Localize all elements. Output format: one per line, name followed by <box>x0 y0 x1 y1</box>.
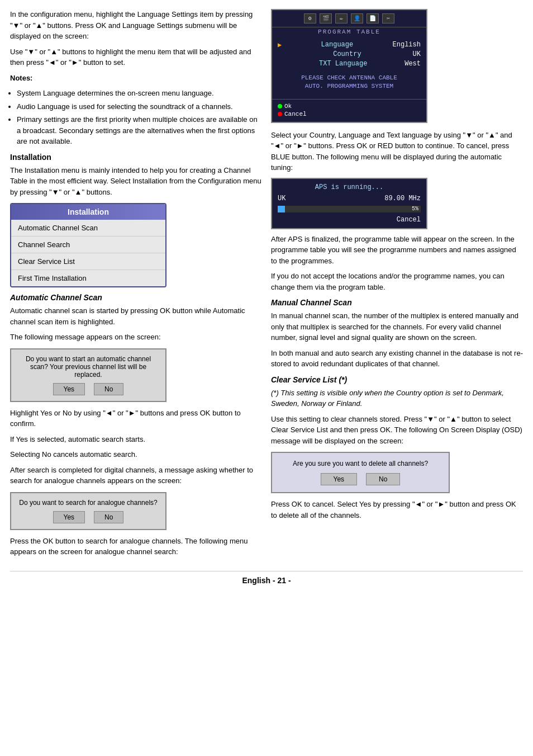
pt-icon-doc: 📄 <box>367 13 379 23</box>
menu-item-channel-search[interactable]: Channel Search <box>11 237 165 253</box>
confirm-para: Press OK to cancel. Select Yes by pressi… <box>271 499 523 521</box>
menu-item-clear-service[interactable]: Clear Service List <box>11 253 165 270</box>
pt-txt-row: ▶ TXT Language West <box>278 60 421 68</box>
aps-para2: If you do not accept the locations and/o… <box>271 271 523 292</box>
aps-para1: After APS is finalized, the programme ta… <box>271 234 523 267</box>
confirm-box: Are you sure you want to delete all chan… <box>271 452 450 493</box>
pt-txt-label: TXT Language <box>319 60 367 68</box>
aps-box: APS is running... UK 89.00 MHz 5% Cancel <box>271 178 427 229</box>
note-3: Primary settings are the first priority … <box>17 114 262 147</box>
pt-country-row: ▶ Country UK <box>278 50 421 59</box>
note-1: System Language determines the on-screen… <box>17 88 262 99</box>
left-column: In the configuration menu, highlight the… <box>10 9 262 562</box>
auto-scan-para7: Press the OK button to search for analog… <box>10 536 262 557</box>
dialog2-text: Do you want to search for analogue chann… <box>19 499 158 507</box>
installation-menu-title: Installation <box>11 204 165 220</box>
page-footer: English - 21 - <box>10 571 523 585</box>
cancel-dot-icon <box>278 112 282 116</box>
program-table-box: ⚙ 🎬 ✏ 👤 📄 ✂ PROGRAM TABLE ▶ Language Eng… <box>271 9 427 123</box>
pt-country-label: Country <box>333 50 361 59</box>
pt-ok-btn: Ok <box>278 103 421 110</box>
dialog1-buttons: Yes No <box>19 383 158 395</box>
auto-scan-heading: Automatic Channel Scan <box>10 293 262 302</box>
pt-icon-film: 🎬 <box>320 13 332 23</box>
clear-service-heading: Clear Service List (*) <box>271 375 523 384</box>
auto-scan-para5: Selecting No cancels automatic search. <box>10 449 262 460</box>
pt-icon-user: 👤 <box>351 13 363 23</box>
auto-scan-para2: The following message appears on the scr… <box>10 332 262 343</box>
pt-icon-edit: ✏ <box>335 13 348 23</box>
clear-service-italic: (*) This setting is visible only when th… <box>271 388 523 409</box>
page: In the configuration menu, highlight the… <box>0 0 533 594</box>
pt-notice: PLEASE CHECK ANTENNA CABLE AUTO. PROGRAM… <box>278 74 421 91</box>
dialog2-yes-button[interactable]: Yes <box>53 511 85 523</box>
notes-list: System Language determines the on-screen… <box>17 88 262 147</box>
auto-scan-para6: After search is completed for digital ch… <box>10 465 262 486</box>
intro-para1: In the configuration menu, highlight the… <box>10 9 262 42</box>
aps-cancel-label: Cancel <box>397 216 421 224</box>
aps-row: UK 89.00 MHz <box>278 195 421 202</box>
confirm-buttons: Yes No <box>281 473 440 485</box>
select-para: Select your Country, Language and Text l… <box>271 130 523 173</box>
aps-bar-fill <box>278 206 285 212</box>
pt-cancel-btn: Cancel <box>278 111 421 117</box>
pt-ok-label: Ok <box>284 103 292 110</box>
pt-country-spacer: ▶ <box>278 50 282 59</box>
aps-cancel: Cancel <box>278 216 421 224</box>
pt-buttons: Ok Cancel <box>272 99 426 122</box>
notes-label: Notes: <box>10 73 262 84</box>
dialog1-yes-button[interactable]: Yes <box>53 383 85 395</box>
installation-menu: Installation Automatic Channel Scan Chan… <box>10 203 166 287</box>
pt-icon-cut: ✂ <box>382 13 394 23</box>
installation-heading: Installation <box>10 153 262 162</box>
pt-notice-line2: AUTO. PROGRAMMING SYSTEM <box>278 82 421 91</box>
pt-language-arrow: ▶ <box>278 41 282 49</box>
clear-service-para: Use this setting to clear channels store… <box>271 414 523 447</box>
aps-bar-container: 5% <box>278 206 421 212</box>
footer-text: English - 21 - <box>242 576 291 585</box>
pt-language-value: English <box>393 41 421 49</box>
menu-item-auto-scan[interactable]: Automatic Channel Scan <box>11 220 165 237</box>
confirm-text: Are you sure you want to delete all chan… <box>281 460 440 467</box>
confirm-yes-button[interactable]: Yes <box>321 473 358 485</box>
pt-txt-spacer: ▶ <box>278 60 282 68</box>
manual-para2: In both manual and auto search any exist… <box>271 348 523 370</box>
pt-country-value: UK <box>413 50 421 59</box>
confirm-no-button[interactable]: No <box>366 473 400 485</box>
auto-scan-para3: Highlight Yes or No by using "◄" or "►" … <box>10 408 262 429</box>
pt-notice-line1: PLEASE CHECK ANTENNA CABLE <box>278 74 421 82</box>
pt-language-label: Language <box>321 41 354 49</box>
pt-txt-value: West <box>404 60 421 68</box>
auto-scan-para4: If Yes is selected, automatic search sta… <box>10 434 262 445</box>
installation-para1: The Installation menu is mainly intended… <box>10 165 262 198</box>
manual-para1: In manual channel scan, the number of th… <box>271 310 523 343</box>
dialog1-no-button[interactable]: No <box>94 383 123 395</box>
right-column: ⚙ 🎬 ✏ 👤 📄 ✂ PROGRAM TABLE ▶ Language Eng… <box>271 9 523 562</box>
menu-item-first-time[interactable]: First Time Installation <box>11 270 165 286</box>
intro-para2: Use "▼" or "▲" buttons to highlight the … <box>10 46 262 68</box>
manual-scan-heading: Manual Channel Scan <box>271 298 523 307</box>
auto-scan-para1: Automatic channel scan is started by pre… <box>10 305 262 327</box>
main-content: In the configuration menu, highlight the… <box>10 9 523 562</box>
pt-body: ▶ Language English ▶ Country UK ▶ TXT La… <box>272 36 426 99</box>
dialog1-text: Do you want to start an automatic channe… <box>19 355 158 379</box>
aps-freq: 89.00 MHz <box>384 195 421 202</box>
ok-dot-icon <box>278 104 282 108</box>
dialog2-no-button[interactable]: No <box>94 511 123 523</box>
pt-cancel-label: Cancel <box>284 111 307 117</box>
pt-title: PROGRAM TABLE <box>272 27 426 36</box>
dialog-auto-scan: Do you want to start an automatic channe… <box>10 348 166 402</box>
pt-icon-settings: ⚙ <box>304 13 316 23</box>
dialog2-buttons: Yes No <box>19 511 158 523</box>
note-2: Audio Language is used for selecting the… <box>17 101 262 112</box>
aps-title: APS is running... <box>278 183 421 191</box>
pt-header: ⚙ 🎬 ✏ 👤 📄 ✂ <box>272 10 426 27</box>
aps-progress-text: 5% <box>412 206 418 212</box>
dialog-analogue: Do you want to search for analogue chann… <box>10 492 166 530</box>
pt-language-row: ▶ Language English <box>278 41 421 49</box>
aps-country: UK <box>278 195 285 202</box>
